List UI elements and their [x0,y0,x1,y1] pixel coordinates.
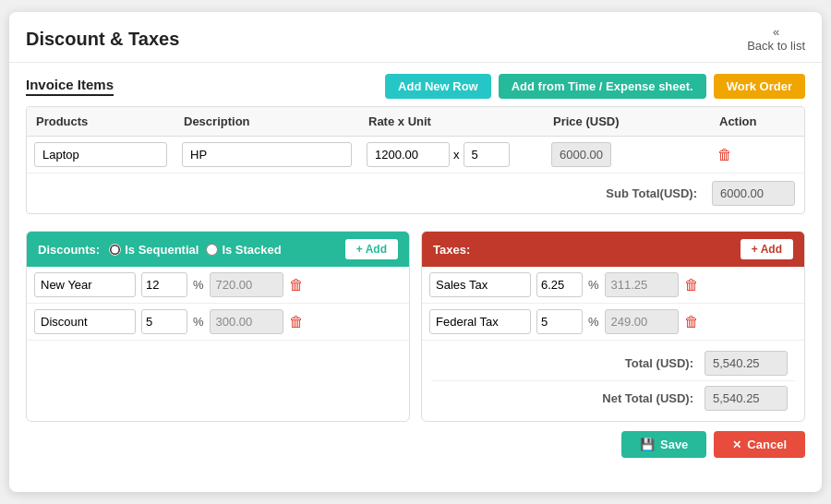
header: Discount & Taxes « Back to list [9,12,822,63]
product-input[interactable] [34,142,167,167]
discount-name-1[interactable] [34,309,136,334]
subtotal-label: Sub Total(USD): [606,186,697,200]
tax-pct-0[interactable] [536,272,583,297]
total-label: Total (USD): [592,356,693,370]
add-tax-button[interactable]: + Add [741,239,793,259]
sequential-radio[interactable] [109,244,121,256]
unit-input[interactable] [464,142,510,167]
add-discount-button[interactable]: + Add [345,239,398,259]
taxes-rows: % 311.25 🗑 % 249.00 🗑 [422,267,804,341]
invoice-table: Products Description Rate x Unit Price (… [26,106,805,214]
stacked-radio-label[interactable]: Is Stacked [206,243,281,257]
total-value: 5,540.25 [705,351,788,376]
invoice-items-header: Invoice Items Add New Row Add from Time … [26,74,805,99]
back-chevron-icon: « [773,25,779,39]
table-header: Products Description Rate x Unit Price (… [27,107,804,137]
sequential-label: Is Sequential [125,243,199,257]
work-order-button[interactable]: Work Order [714,74,805,99]
x-separator: x [453,148,460,162]
taxes-header: Taxes: + Add [422,232,804,267]
tax-value-1: 249.00 [605,309,679,334]
discount-value-1: 300.00 [210,309,283,334]
tax-pct-symbol-1: % [588,315,599,329]
net-total-row: Net Total (USD): 5,540.25 [431,381,795,415]
delete-tax-0[interactable]: 🗑 [684,277,699,294]
discount-pct-1[interactable] [141,309,187,334]
invoice-items-title: Invoice Items [26,77,114,96]
discounts-header: Discounts: Is Sequential Is Stacked + Ad… [27,232,409,267]
net-total-value: 5,540.25 [705,386,788,411]
net-total-label: Net Total (USD): [592,391,693,405]
discount-pct-0[interactable] [141,272,187,297]
description-input[interactable] [182,142,352,167]
price-display: 6000.00 [551,142,611,167]
sequential-radio-label[interactable]: Is Sequential [109,243,199,257]
rate-unit-cell: x [359,137,544,173]
taxes-label: Taxes: [433,243,470,257]
tax-name-0[interactable] [429,272,531,297]
stacked-label: Is Stacked [222,243,281,257]
tax-name-1[interactable] [429,309,531,334]
save-icon: 💾 [640,438,655,451]
invoice-section: Invoice Items Add New Row Add from Time … [9,63,822,222]
discount-value-0: 720.00 [210,272,283,297]
totals-area: Total (USD): 5,540.25 Net Total (USD): 5… [422,341,804,421]
col-rate-unit: Rate x Unit [359,107,544,136]
discounts-rows: % 720.00 🗑 % 300.00 🗑 [27,267,409,341]
col-action: Action [710,107,802,136]
back-label: Back to list [747,39,805,53]
discount-name-0[interactable] [34,272,136,297]
discounts-panel: Discounts: Is Sequential Is Stacked + Ad… [26,231,410,422]
save-label: Save [660,438,688,451]
cancel-icon: ✕ [732,438,741,451]
tax-pct-symbol-0: % [588,278,599,292]
discount-row-0: % 720.00 🗑 [27,267,409,304]
taxes-panel: Taxes: + Add % 311.25 🗑 % 249.00 🗑 [421,231,805,422]
product-cell [27,137,175,173]
discounts-header-left: Discounts: Is Sequential Is Stacked [38,243,282,257]
delete-discount-0[interactable]: 🗑 [289,277,304,294]
pct-symbol-0: % [193,278,204,292]
save-button[interactable]: 💾 Save [621,431,706,458]
pct-symbol-1: % [193,315,204,329]
table-row: x 6000.00 🗑 [27,137,804,174]
delete-row-button[interactable]: 🗑 [717,147,732,163]
col-price: Price (USD) [544,107,710,136]
discount-row-1: % 300.00 🗑 [27,304,409,341]
discounts-label: Discounts: [38,243,100,257]
col-products: Products [27,107,175,136]
footer-buttons: 💾 Save ✕ Cancel [9,422,822,469]
tax-value-0: 311.25 [605,272,679,297]
subtotal-row: Sub Total(USD): 6000.00 [27,174,804,213]
cancel-label: Cancel [747,438,787,451]
tax-row-1: % 249.00 🗑 [422,304,804,341]
add-time-expense-button[interactable]: Add from Time / Expense sheet. [499,74,706,99]
col-description: Description [175,107,359,136]
main-container: Discount & Taxes « Back to list Invoice … [9,12,822,492]
tax-row-0: % 311.25 🗑 [422,267,804,304]
subtotal-value: 6000.00 [712,181,795,206]
total-row: Total (USD): 5,540.25 [431,346,795,381]
tax-pct-1[interactable] [536,309,583,334]
delete-discount-1[interactable]: 🗑 [289,314,304,330]
action-cell: 🗑 [710,141,802,169]
stacked-radio[interactable] [206,244,218,256]
radio-group: Is Sequential Is Stacked [109,243,282,257]
description-cell [175,137,359,173]
add-new-row-button[interactable]: Add New Row [385,74,491,99]
cancel-button[interactable]: ✕ Cancel [714,431,805,458]
page-title: Discount & Taxes [26,29,179,50]
lower-section: Discounts: Is Sequential Is Stacked + Ad… [9,222,822,422]
rate-input[interactable] [367,142,450,167]
back-to-list-button[interactable]: « Back to list [747,25,805,53]
delete-tax-1[interactable]: 🗑 [684,314,699,330]
invoice-buttons: Add New Row Add from Time / Expense shee… [385,74,805,99]
price-cell: 6000.00 [544,142,710,167]
